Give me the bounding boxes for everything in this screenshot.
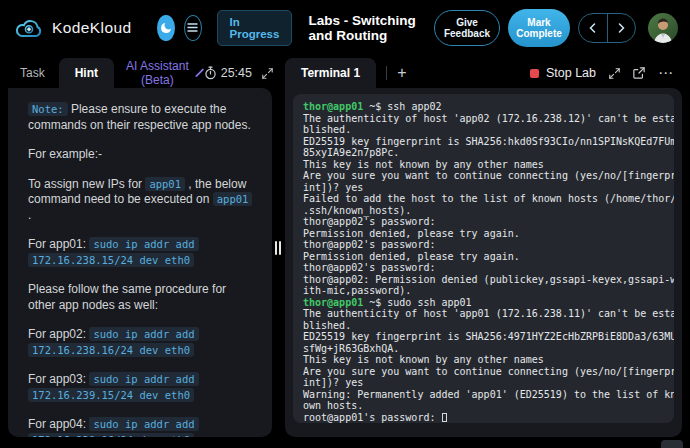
terminal-line: thor@app02: Permission denied (publickey… (303, 274, 664, 286)
terminal-cursor (442, 413, 447, 422)
expand-icon (262, 68, 273, 79)
terminal-line: This key is not known by any other names (303, 159, 664, 171)
terminal-line: blished. (303, 320, 664, 332)
terminal-actions: Stop Lab ⋯ (530, 64, 682, 82)
lab-timer: 25:45 (204, 66, 252, 80)
terminal-line: The authenticity of host 'app01 (172.16.… (303, 308, 664, 320)
hint-paragraph: To assign new IPs for app01 , the below … (28, 177, 254, 224)
code-snippet: Note: (28, 102, 68, 116)
hint-panel: Note: Please ensure to execute the comma… (8, 88, 272, 437)
terminal-line: Permission denied, please try again. (303, 251, 664, 263)
status-badge: In Progress (217, 10, 293, 46)
top-bar: KodeKloud In Progress Labs - Switching a… (0, 0, 690, 55)
terminal-line: root@app01's password: (303, 412, 664, 424)
resize-corner (661, 440, 683, 448)
lab-nav (578, 13, 636, 43)
stop-lab-label: Stop Lab (546, 66, 596, 80)
terminal-line: Are you sure you want to continue connec… (303, 366, 664, 378)
stop-lab-button[interactable]: Stop Lab (530, 66, 596, 80)
terminal-line: .ssh/known_hosts). (303, 205, 664, 217)
terminal-line: int])? yes (303, 377, 664, 389)
menu-button[interactable] (184, 15, 202, 41)
hint-paragraph: For app04: sudo ip addr add 172.16.239.1… (28, 417, 254, 437)
terminal-expand-button[interactable] (609, 68, 620, 79)
terminal-line: blished. (303, 124, 664, 136)
terminal-line: 85xyIA9e2n7p8Pc. (303, 147, 664, 159)
terminal-line: thor@app02's password: (303, 216, 664, 228)
terminal-line: sfWg+jR63GBxhQA. (303, 343, 664, 355)
hint-paragraph: For app01: sudo ip addr add 172.16.238.1… (28, 237, 254, 268)
mark-complete-button[interactable]: Mark Complete (508, 9, 570, 47)
brand[interactable]: KodeKloud (14, 17, 131, 39)
terminal-line: thor@app01 ~$ ssh app02 (303, 101, 664, 113)
stop-icon (530, 69, 539, 78)
prev-button[interactable] (579, 14, 607, 42)
tab-ai-assistant[interactable]: AI Assistant (Beta) (126, 59, 204, 87)
tab-task[interactable]: Task (20, 66, 45, 80)
terminal-line: The authenticity of host 'app02 (172.16.… (303, 113, 664, 125)
terminal-output[interactable]: thor@app01 ~$ ssh app02The authenticity … (293, 94, 674, 423)
terminal-line: own hosts. (303, 400, 664, 412)
hamburger-icon (187, 23, 198, 32)
app-window: KodeKloud In Progress Labs - Switching a… (0, 0, 690, 448)
moon-icon (159, 21, 173, 35)
terminal-line: thor@app02's password: (303, 262, 664, 274)
open-external-button[interactable] (633, 67, 645, 79)
hint-paragraph: For app03: sudo ip addr add 172.16.239.1… (28, 372, 254, 403)
terminal-line: ith-mic,password). (303, 285, 664, 297)
terminal-line: This key is not known by any other names (303, 354, 664, 366)
terminal-line: Permission denied, please try again. (303, 228, 664, 240)
tab-hint[interactable]: Hint (59, 58, 114, 88)
avatar[interactable] (648, 13, 678, 43)
expand-icon (609, 68, 620, 79)
timer-value: 25:45 (221, 66, 252, 80)
page-title: Labs - Switching and Routing (308, 13, 434, 43)
give-feedback-button[interactable]: Give Feedback (434, 10, 500, 46)
stopwatch-icon (204, 66, 217, 80)
hint-content: Note: Please ensure to execute the comma… (28, 102, 254, 437)
next-button[interactable] (608, 14, 636, 42)
code-snippet: app01 (213, 192, 253, 206)
terminal-line: thor@app02's password: (303, 239, 664, 251)
terminal-line: thor@app01 ~$ sudo ssh app01 (303, 297, 664, 309)
pencil-icon (194, 68, 204, 78)
shell-prompt: thor@app01 (303, 101, 363, 112)
external-link-icon (633, 67, 645, 79)
chevron-right-icon (618, 23, 625, 33)
more-options-button[interactable]: ⋯ (658, 64, 674, 82)
terminal-line: ED25519 key fingerprint is SHA256:hkd0Sf… (303, 136, 664, 148)
code-snippet: app01 (145, 177, 185, 191)
shell-prompt: thor@app01 (303, 297, 363, 308)
add-terminal-button[interactable]: + (397, 65, 406, 81)
left-panel-expand-button[interactable] (262, 68, 273, 79)
terminal-line: ED25519 key fingerprint is SHA256:4971HY… (303, 331, 664, 343)
terminal-tabs: Terminal 1 + Stop Lab (285, 58, 682, 88)
panel-resize-handle[interactable] (273, 239, 282, 257)
terminal-line: Failed to add the host to the list of kn… (303, 193, 664, 205)
terminal-panel: thor@app01 ~$ ssh app02The authenticity … (285, 88, 682, 437)
hint-paragraph: Please follow the same procedure for oth… (28, 282, 254, 313)
tab-ai-assistant-label: AI Assistant (Beta) (126, 59, 189, 87)
chevron-left-icon (589, 23, 596, 33)
hint-paragraph: For app02: sudo ip addr add 172.16.238.1… (28, 327, 254, 358)
terminal-line: Are you sure you want to continue connec… (303, 170, 664, 182)
tab-terminal-1[interactable]: Terminal 1 (285, 58, 376, 88)
hint-paragraph: Note: Please ensure to execute the comma… (28, 102, 254, 133)
kodekloud-logo-icon (14, 17, 44, 39)
theme-toggle-button[interactable] (157, 15, 174, 41)
brand-name: KodeKloud (52, 19, 131, 37)
tab-divider (386, 66, 387, 80)
hint-paragraph: For example:- (28, 147, 254, 163)
ellipsis-icon: ⋯ (658, 64, 674, 82)
terminal-line: Warning: Permanently added 'app01' (ED25… (303, 389, 664, 401)
left-panel-tabs: Task Hint AI Assistant (Beta) 25:45 (0, 58, 283, 88)
terminal-line: int])? yes (303, 182, 664, 194)
top-bar-actions: Give Feedback Mark Complete (434, 9, 678, 47)
